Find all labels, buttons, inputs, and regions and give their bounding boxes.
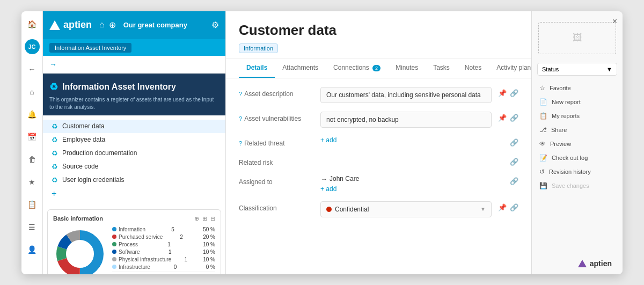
tab-details[interactable]: Details [239, 59, 275, 78]
asset-description-label: ? Asset description [239, 87, 314, 98]
my-reports-action[interactable]: 📋 My reports [532, 109, 623, 123]
revision-history-action[interactable]: ↺ Revision history [532, 165, 623, 179]
nav-trash-icon[interactable]: 🗑 [25, 152, 40, 167]
chart-header: Basic information ⊕ ⊞ ⊟ [53, 215, 215, 222]
link-icon[interactable]: 🔗 [510, 89, 518, 97]
link-icon[interactable]: 🔗 [510, 177, 518, 185]
classification-select[interactable]: Confidential ▼ [320, 201, 492, 217]
favorite-action[interactable]: ☆ Favorite [532, 81, 623, 95]
nav-house-icon[interactable]: ⌂ [25, 84, 40, 99]
tab-tasks[interactable]: Tasks [426, 59, 457, 78]
add-item-button[interactable]: + [43, 187, 225, 201]
settings-icon[interactable]: ⚙ [211, 20, 219, 30]
content-tag[interactable]: Information [239, 43, 278, 53]
donut-chart [53, 227, 107, 274]
asset-description-value[interactable]: Our customers' data, including sensitive… [320, 87, 492, 103]
chart-ctrl-1[interactable]: ⊕ [194, 215, 199, 222]
breadcrumb-bar: → [43, 56, 225, 74]
preview-action[interactable]: 👁 Preview [532, 137, 623, 151]
organizer-header: ♻ Information Asset Inventory This organ… [43, 74, 225, 115]
nav-docs-icon[interactable]: 📋 [25, 197, 40, 212]
pin-icon[interactable]: 📌 [498, 203, 507, 211]
assigned-to-add-button[interactable]: + add [320, 185, 503, 193]
home-icon[interactable]: ⌂ [99, 20, 105, 30]
asset-description-actions: 📌 🔗 [498, 87, 518, 97]
save-icon: 💾 [539, 182, 547, 189]
list-item[interactable]: ♻ Production documentation [43, 147, 225, 160]
new-report-label: New report [552, 99, 581, 105]
chart-title: Basic information [53, 215, 103, 222]
chart-card: Basic information ⊕ ⊞ ⊟ [47, 209, 221, 274]
my-reports-label: My reports [552, 113, 580, 119]
nav-star-icon[interactable]: ★ [25, 174, 40, 189]
sub-header: Information Asset Inventory [43, 39, 225, 56]
chart-body: Information 550 % Purchased service 220 … [53, 226, 215, 274]
new-report-action[interactable]: 📄 New report [532, 95, 623, 109]
related-threat-actions: 🔗 [510, 136, 518, 147]
link-icon[interactable]: 🔗 [510, 158, 518, 166]
classification-actions: 📌 🔗 [498, 201, 518, 211]
asset-vulnerabilities-value[interactable]: not encrypted, no backup [320, 112, 492, 128]
checkout-log-action[interactable]: 📝 Check out log [532, 151, 623, 165]
status-select[interactable]: Status ▼ [537, 63, 617, 76]
assigned-to-actions: 🔗 [510, 175, 518, 185]
legend-row: Physical infrastructure 110 % [112, 257, 215, 262]
asset-vulnerabilities-label: ? Asset vulnerabilities [239, 112, 314, 122]
classification-row: Classification Confidential ▼ 📌 🔗 [239, 201, 518, 217]
status-section: Status ▼ [532, 60, 623, 81]
company-name: Our great company [123, 21, 187, 29]
nav-home-icon[interactable]: 🏠 [25, 17, 40, 32]
content-title: Customer data [239, 22, 518, 39]
legend-row: Information 550 % [112, 226, 215, 232]
tab-connections[interactable]: Connections 2 [326, 59, 388, 78]
tab-activity-plans[interactable]: Activity plans [489, 59, 531, 78]
pin-icon[interactable]: 📌 [498, 114, 507, 122]
nav-calendar-icon[interactable]: 📅 [25, 129, 40, 144]
chart-expand-icon[interactable]: ⊟ [210, 215, 215, 222]
save-changes-action[interactable]: 💾 Save changes [532, 179, 623, 193]
tab-notes[interactable]: Notes [457, 59, 489, 78]
aptien-logo: aptien [578, 259, 612, 268]
logo-triangle-icon [49, 20, 60, 30]
list-item-text: Employee data [62, 136, 105, 143]
related-risk-row: Related risk 🔗 [239, 156, 518, 166]
asset-vulnerabilities-row: ? Asset vulnerabilities not encrypted, n… [239, 112, 518, 128]
close-button[interactable]: × [612, 17, 617, 26]
list-item[interactable]: ♻ Customer data [43, 120, 225, 133]
list-item[interactable]: ♻ Source code [43, 160, 225, 173]
help-icon: ? [239, 140, 242, 147]
share-label: Share [551, 127, 567, 133]
nav-list-icon[interactable]: ☰ [25, 220, 40, 235]
list-item[interactable]: ♻ User login credentials [43, 173, 225, 187]
link-icon[interactable]: 🔗 [510, 203, 518, 211]
nav-back-icon[interactable]: ← [25, 62, 40, 77]
legend-row: Purchased service 220 % [112, 234, 215, 240]
list-item[interactable]: ♻ Employee data [43, 133, 225, 147]
add-icon[interactable]: ⊕ [109, 20, 116, 30]
classification-value: Confidential [335, 206, 369, 213]
link-icon[interactable]: 🔗 [510, 138, 518, 147]
sub-header-tab[interactable]: Information Asset Inventory [49, 43, 131, 53]
nav-person-icon[interactable]: 👤 [25, 242, 40, 257]
share-action[interactable]: ⎇ Share [532, 123, 623, 137]
assigned-name: John Care [330, 175, 359, 182]
pin-icon[interactable]: 📌 [498, 89, 507, 97]
favorite-label: Favorite [550, 85, 571, 91]
related-threat-add-button[interactable]: + add [320, 136, 503, 144]
tab-attachments[interactable]: Attachments [275, 59, 326, 78]
history-icon: ↺ [539, 168, 545, 176]
avatar[interactable]: JC [25, 39, 40, 54]
link-icon[interactable]: 🔗 [510, 114, 518, 122]
assigned-to-row: Assigned to → John Care + add 🔗 [239, 175, 518, 193]
chart-ctrl-2[interactable]: ⊞ [202, 215, 207, 222]
list-item-text: Source code [62, 163, 98, 170]
image-placeholder: 🖼 [538, 22, 616, 54]
list-item-icon: ♻ [52, 176, 58, 184]
preview-label: Preview [550, 141, 571, 147]
revision-history-label: Revision history [549, 169, 591, 175]
nav-bell-icon[interactable]: 🔔 [25, 107, 40, 122]
top-bar: aptien ⌂ ⊕ Our great company ⚙ [43, 11, 225, 39]
help-icon: ? [239, 115, 242, 122]
assigned-to-label: Assigned to [239, 175, 314, 186]
tab-minutes[interactable]: Minutes [388, 59, 426, 78]
